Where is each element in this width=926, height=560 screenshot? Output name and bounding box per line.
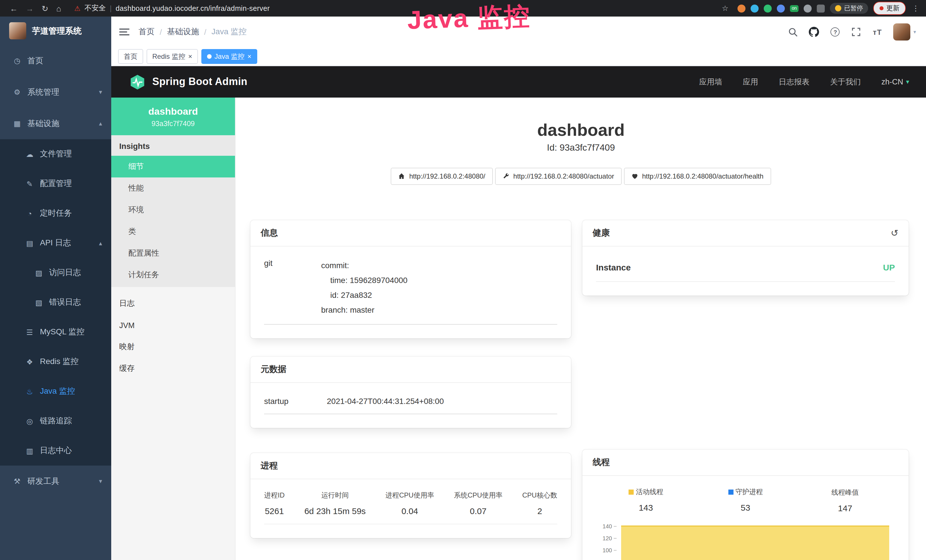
sba-item-metrics[interactable]: 性能 — [111, 177, 235, 199]
chevron-down-icon: ▾ — [906, 78, 909, 86]
sba-item-logs[interactable]: 日志 — [111, 293, 235, 314]
git-time-line: time: 1596289704000 — [321, 273, 407, 288]
tab-home[interactable]: 首页 — [118, 49, 143, 64]
tools-icon: ⚒ — [11, 477, 23, 486]
extension-icon-5[interactable] — [803, 4, 812, 12]
browser-home-icon[interactable]: ⌂ — [56, 4, 61, 13]
instance-header[interactable]: dashboard 93a3fc7f7409 — [111, 98, 235, 135]
fullscreen-icon[interactable] — [851, 27, 861, 37]
annotation-java-monitor: Java 监控 — [407, 0, 531, 38]
extensions-puzzle-icon[interactable] — [817, 4, 825, 12]
sba-nav-wallboard[interactable]: 应用墙 — [699, 77, 722, 87]
health-card: 健康 ↺ Instance UP — [583, 220, 909, 295]
bookmark-star-icon[interactable]: ☆ — [722, 4, 728, 12]
home-icon — [398, 173, 405, 180]
cloud-icon: ☁ — [24, 150, 35, 158]
instance-id-line: Id: 93a3fc7f7409 — [236, 143, 926, 153]
sba-item-environment[interactable]: 环境 — [111, 199, 235, 221]
help-icon[interactable]: ? — [830, 27, 840, 37]
instance-name: dashboard — [116, 106, 230, 118]
wrench-icon — [502, 173, 509, 180]
extension-icon-2[interactable] — [750, 4, 759, 12]
breadcrumb-current: Java 监控 — [212, 27, 247, 37]
health-instance-row[interactable]: Instance UP — [596, 258, 895, 282]
sidebar-item-file-management[interactable]: ☁ 文件管理 — [0, 139, 111, 169]
service-url-button[interactable]: http://192.168.0.2:48080/ — [391, 168, 493, 185]
sidebar-item-api-logs[interactable]: ▤ API 日志 ▴ — [0, 228, 111, 258]
forward-icon[interactable]: → — [26, 4, 34, 13]
actuator-url-button[interactable]: http://192.168.0.2:48080/actuator — [495, 168, 622, 185]
sba-item-details[interactable]: 细节 — [111, 156, 235, 177]
browser-menu-icon[interactable]: ⋮ — [912, 4, 920, 12]
user-avatar[interactable]: ▾ — [893, 23, 916, 41]
sidebar-item-log-center[interactable]: ▥ 日志中心 — [0, 436, 111, 466]
active-threads-area — [621, 525, 889, 560]
breadcrumb-home[interactable]: 首页 — [139, 27, 154, 37]
infrastructure-icon: ▦ — [11, 119, 23, 128]
sidebar-item-redis-monitor[interactable]: ❖ Redis 监控 — [0, 347, 111, 377]
chevron-down-icon: ▾ — [99, 478, 102, 485]
sidebar-item-scheduled-jobs[interactable]: ◔ 定时任务 — [0, 198, 111, 228]
tab-redis-monitor[interactable]: Redis 监控 × — [147, 49, 198, 64]
infrastructure-submenu: ☁ 文件管理 ✎ 配置管理 ◔ 定时任务 ▤ API 日志 ▴ ▨ — [0, 139, 111, 466]
sidebar-item-mysql-monitor[interactable]: ☰ MySQL 监控 — [0, 317, 111, 347]
update-browser-button[interactable]: 更新 — [873, 2, 906, 15]
instance-details: dashboard Id: 93a3fc7f7409 http://192.16… — [236, 98, 926, 560]
insights-group-label: Insights — [111, 135, 235, 156]
sba-nav-journal[interactable]: 日志报表 — [779, 77, 809, 87]
paused-label: 已暂停 — [844, 4, 863, 12]
tab-java-monitor[interactable]: Java 监控 × — [201, 49, 257, 64]
screen: ← → ↻ ⌂ ⚠ 不安全 | dashboard.yudao.iocoder.… — [0, 0, 926, 560]
app-logo-row: 芋道管理系统 — [0, 17, 111, 45]
sidebar-item-tracing[interactable]: ◎ 链路追踪 — [0, 406, 111, 436]
security-label: 不安全 — [85, 3, 106, 13]
sba-nav-about[interactable]: 关于我们 — [830, 77, 861, 87]
legend-active-threads: 活动线程 143 — [596, 487, 696, 513]
sba-item-config-props[interactable]: 配置属性 — [111, 242, 235, 264]
browser-toolbar-right: ☆ on 已暂停 更新 ⋮ — [718, 2, 921, 15]
git-label: git — [264, 258, 321, 317]
sba-item-jvm[interactable]: JVM — [111, 314, 235, 336]
github-icon[interactable] — [809, 27, 819, 37]
proxy-on-extension-icon[interactable]: on — [790, 5, 799, 12]
app-title: 芋道管理系统 — [32, 26, 82, 36]
sba-nav-applications[interactable]: 应用 — [743, 77, 758, 87]
reload-icon[interactable]: ↻ — [42, 4, 48, 13]
sidebar-item-config-management[interactable]: ✎ 配置管理 — [0, 169, 111, 198]
sidebar-toggle-icon[interactable] — [119, 29, 130, 35]
sidebar-item-error-logs[interactable]: ▧ 错误日志 — [0, 288, 111, 317]
close-icon[interactable]: × — [247, 53, 251, 60]
extension-icon-1[interactable] — [737, 4, 746, 12]
sidebar-item-infrastructure[interactable]: ▦ 基础设施 ▴ — [0, 108, 111, 139]
paused-extension-badge[interactable]: 已暂停 — [830, 3, 868, 14]
git-branch-line: branch: master — [321, 303, 407, 317]
back-icon[interactable]: ← — [10, 4, 18, 13]
sidebar-item-home[interactable]: ◷ 首页 — [0, 45, 111, 76]
sba-item-mappings[interactable]: 映射 — [111, 336, 235, 358]
close-icon[interactable]: × — [188, 53, 192, 60]
extension-icon-4[interactable] — [777, 4, 785, 12]
breadcrumb-infrastructure[interactable]: 基础设施 — [167, 27, 199, 37]
avatar-image — [893, 23, 911, 41]
process-card: 进程 进程ID 5261 运行时间 — [250, 453, 571, 538]
sidebar-item-system[interactable]: ⚙ 系统管理 ▾ — [0, 76, 111, 108]
sidebar-item-access-logs[interactable]: ▨ 访问日志 — [0, 258, 111, 288]
sba-item-caches[interactable]: 缓存 — [111, 358, 235, 380]
extension-icon-3[interactable] — [764, 4, 772, 12]
sba-item-scheduled-tasks[interactable]: 计划任务 — [111, 264, 235, 286]
locale-selector[interactable]: zh-CN ▾ — [881, 77, 909, 86]
sidebar-item-dev-tools[interactable]: ⚒ 研发工具 ▾ — [0, 466, 111, 497]
threads-chart: 140 120 100 — [596, 521, 895, 560]
sidebar-item-java-monitor[interactable]: ♨ Java 监控 — [0, 377, 111, 406]
process-stat: 运行时间 6d 23h 15m 59s — [304, 491, 366, 516]
health-url-button[interactable]: http://192.168.0.2:48080/actuator/health — [624, 168, 771, 185]
font-size-icon[interactable]: тT — [872, 27, 883, 37]
header-actions: ? тT ▾ — [788, 23, 916, 41]
history-icon[interactable]: ↺ — [891, 228, 898, 239]
search-icon[interactable] — [788, 27, 798, 37]
update-label: 更新 — [887, 4, 899, 12]
sba-item-classes[interactable]: 类 — [111, 221, 235, 242]
legend-daemon-threads: 守护进程 53 — [696, 487, 795, 513]
smiley-icon — [835, 5, 841, 11]
address-bar[interactable]: ⚠ 不安全 | dashboard.yudao.iocoder.cn/infra… — [74, 3, 270, 13]
